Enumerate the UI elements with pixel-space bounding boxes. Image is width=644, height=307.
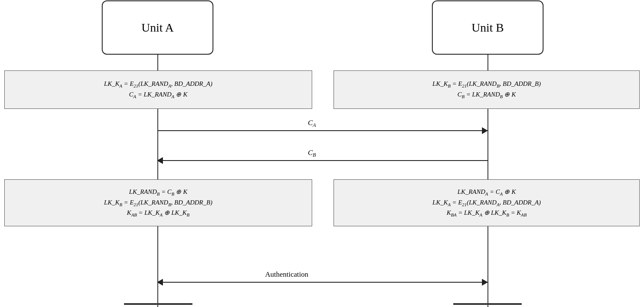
unit-a-label: Unit A <box>142 21 174 35</box>
comp-b-bot-line2: LK_KA = E21(LK_RANDA, BD_ADDR_A) <box>432 198 541 208</box>
arrow-ca <box>157 130 487 131</box>
comp-a-bot-line1: LK_RANDB = CB ⊕ K <box>129 187 187 198</box>
arrow-ca-label: CA <box>308 119 316 129</box>
diagram: Unit A Unit B LK_KA = E21(LK_RANDA, BD_A… <box>0 0 644 307</box>
comp-b-top-line2: CB = LK_RANDB ⊕ K <box>458 90 516 100</box>
comp-box-a-bottom: LK_RANDB = CB ⊕ K LK_KB = E21(LK_RANDB, … <box>4 179 312 226</box>
comp-b-bot-line3: KBA = LK_KA ⊕ LK_KB = KAB <box>446 208 526 219</box>
comp-a-bot-line2: LK_KB = E21(LK_RANDB, BD_ADDR_B) <box>104 198 212 208</box>
unit-b-box: Unit B <box>432 0 544 55</box>
comp-a-top-line2: CA = LK_RANDA ⊕ K <box>129 90 187 100</box>
arrow-cb <box>157 160 487 161</box>
unit-b-label: Unit B <box>472 21 504 35</box>
arrow-auth-label: Authentication <box>265 270 308 279</box>
comp-box-a-top: LK_KA = E21(LK_RANDA, BD_ADDR_A) CA = LK… <box>4 70 312 109</box>
comp-a-top-line1: LK_KA = E21(LK_RANDA, BD_ADDR_A) <box>104 79 212 90</box>
comp-box-b-top: LK_KB = E21(LK_RANDB, BD_ADDR_B) CB = LK… <box>334 70 640 109</box>
comp-b-bot-line1: LK_RANDA = CA ⊕ K <box>458 187 516 198</box>
lifeline-a-bottom-bar <box>124 303 192 305</box>
lifeline-b-bottom-bar <box>453 303 522 305</box>
arrow-cb-label: CB <box>308 149 316 158</box>
unit-a-box: Unit A <box>102 0 213 55</box>
comp-box-b-bottom: LK_RANDA = CA ⊕ K LK_KA = E21(LK_RANDA, … <box>334 179 640 226</box>
arrow-auth <box>157 282 487 283</box>
comp-b-top-line1: LK_KB = E21(LK_RANDB, BD_ADDR_B) <box>432 79 541 90</box>
comp-a-bot-line3: KAB = LK_KA ⊕ LK_KB <box>127 208 189 219</box>
